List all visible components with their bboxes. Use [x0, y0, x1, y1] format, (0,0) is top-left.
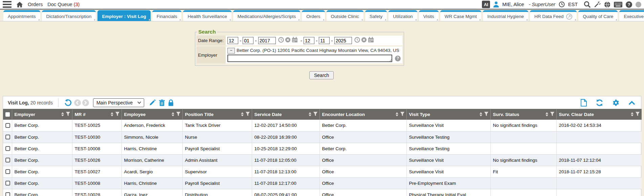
tab-utilization[interactable]: Utilization: [388, 10, 417, 21]
table-row[interactable]: Better Corp.TEST-10008Harris, ChristineP…: [3, 177, 642, 189]
column-header-mr[interactable]: MR #: [72, 109, 121, 120]
edit-perspective-icon[interactable]: [149, 99, 156, 106]
column-header-position-title[interactable]: Position Title: [182, 109, 252, 120]
row-checkbox[interactable]: [5, 169, 10, 174]
filter-funnel-icon[interactable]: [400, 112, 405, 117]
from-clear-icon[interactable]: [285, 37, 291, 44]
column-header-encounter-location[interactable]: Encounter Location: [319, 109, 406, 120]
to-time-icon[interactable]: [354, 37, 360, 44]
column-header-surv-status[interactable]: Surv. Status: [490, 109, 556, 120]
tab-medications-allergies-scripts[interactable]: Medications/Allergies/Scripts: [233, 10, 301, 21]
cell-surv-clear-date: [556, 143, 642, 154]
employer-help-icon[interactable]: ?: [395, 56, 401, 61]
to-year-input[interactable]: [334, 37, 352, 44]
tab-employer-visit-log[interactable]: Employer : Visit Log: [97, 10, 150, 21]
to-calendar-icon[interactable]: [368, 37, 374, 44]
nav-doc-queue[interactable]: Doc Queue (3): [47, 2, 80, 7]
table-row[interactable]: Better Corp.TEST-10027Acardi, SergioSupe…: [3, 166, 642, 177]
table-row[interactable]: Better Corp.TEST-10030Simmons, NicoleNur…: [3, 131, 642, 143]
user-icon[interactable]: [493, 1, 499, 7]
select-all-checkbox[interactable]: [5, 112, 10, 117]
tab-safety[interactable]: Safety: [365, 10, 387, 21]
tab-wr-case-mgmt[interactable]: WR Case Mgmt: [440, 10, 481, 21]
employer-search-input[interactable]: [227, 55, 392, 62]
keyboard-icon[interactable]: [614, 2, 622, 7]
filter-funnel-icon[interactable]: [245, 112, 250, 117]
delete-perspective-icon[interactable]: [159, 99, 165, 106]
table-row[interactable]: Better Corp.TEST-10028Garza, InezDistrib…: [3, 189, 642, 196]
new-document-icon[interactable]: [581, 99, 587, 106]
row-checkbox[interactable]: [5, 123, 10, 128]
perspective-select[interactable]: Main Perspective: [93, 98, 144, 107]
lock-perspective-icon[interactable]: [168, 99, 174, 106]
sort-icon[interactable]: [172, 112, 174, 116]
globe-icon[interactable]: [604, 1, 610, 8]
sort-icon[interactable]: [546, 112, 548, 116]
sort-icon[interactable]: [631, 112, 634, 116]
undo-icon[interactable]: [64, 99, 72, 106]
from-month-input[interactable]: [227, 37, 238, 44]
tab-financials[interactable]: Financials: [152, 10, 182, 21]
tab-orders[interactable]: Orders: [302, 10, 325, 21]
row-checkbox[interactable]: [5, 181, 10, 185]
to-month-input[interactable]: [304, 37, 314, 44]
sort-icon[interactable]: [61, 112, 64, 116]
sort-icon[interactable]: [480, 112, 482, 116]
remove-employer-button[interactable]: −: [227, 48, 235, 54]
date-range-row: Date Range: - - - -: [197, 36, 402, 45]
clock-icon[interactable]: [559, 1, 565, 7]
nav-orders[interactable]: Orders: [28, 2, 43, 7]
refresh-icon[interactable]: [596, 99, 603, 106]
tab-quality-of-care[interactable]: Quality of Care: [578, 10, 618, 21]
to-day-input[interactable]: [319, 37, 330, 44]
from-time-icon[interactable]: [278, 37, 284, 44]
tab-visits[interactable]: Visits: [419, 10, 439, 21]
from-calendar-icon[interactable]: [292, 37, 298, 44]
filter-funnel-icon[interactable]: [313, 112, 318, 117]
filter-funnel-icon[interactable]: [115, 112, 120, 117]
from-year-input[interactable]: [258, 37, 276, 44]
tab-executive[interactable]: Executive: [619, 10, 644, 21]
row-checkbox[interactable]: [5, 135, 10, 139]
home-icon[interactable]: [16, 1, 23, 8]
table-row[interactable]: Better Corp.TEST-10026Morrison, Catherin…: [3, 154, 642, 166]
next-page-icon[interactable]: [82, 99, 89, 106]
tab-dictation-transcription[interactable]: Dictation/Transcription: [42, 10, 96, 21]
row-checkbox[interactable]: [5, 158, 10, 162]
column-header-service-date[interactable]: Service Date: [252, 109, 319, 120]
filter-funnel-icon[interactable]: [66, 112, 70, 117]
tab-label: HR Data Feed: [534, 14, 563, 19]
tab-outside-clinic[interactable]: Outside Clinic: [327, 10, 363, 21]
filter-funnel-icon[interactable]: [550, 112, 555, 117]
table-row[interactable]: Better Corp.TEST-10025Anderson, Frederic…: [3, 120, 642, 131]
tab-health-surveillance[interactable]: Health Surveillance: [183, 10, 231, 21]
sort-icon[interactable]: [396, 112, 398, 116]
sort-icon[interactable]: [111, 112, 113, 116]
prev-page-icon[interactable]: [74, 99, 81, 106]
column-header-visit-type[interactable]: Visit Type: [406, 109, 490, 120]
collapse-icon[interactable]: [628, 100, 635, 105]
column-header-employer[interactable]: Employer: [12, 109, 72, 120]
sort-icon[interactable]: [309, 112, 311, 116]
filter-funnel-icon[interactable]: [635, 112, 640, 117]
filter-funnel-icon[interactable]: [176, 112, 181, 117]
ai-badge[interactable]: AI: [482, 1, 490, 8]
tab-hr-data-feed[interactable]: HR Data Feed: [530, 10, 577, 21]
to-clear-icon[interactable]: [361, 37, 367, 44]
tab-industrial-hygiene[interactable]: Industrial Hygiene: [483, 10, 528, 21]
from-day-input[interactable]: [243, 37, 253, 44]
table-row[interactable]: Better Corp.TEST-10008Harris, ChristineP…: [3, 143, 642, 154]
row-checkbox[interactable]: [5, 192, 10, 196]
settings-gear-icon[interactable]: [612, 99, 620, 106]
tab-appointments[interactable]: Appointments: [3, 10, 40, 21]
sort-icon[interactable]: [241, 112, 244, 116]
hamburger-menu-icon[interactable]: [3, 1, 12, 8]
filter-funnel-icon[interactable]: [484, 112, 489, 117]
search-icon[interactable]: [584, 1, 591, 8]
row-checkbox[interactable]: [5, 146, 10, 151]
help-icon[interactable]: ?: [626, 1, 632, 8]
search-button[interactable]: Search: [309, 71, 334, 79]
column-header-employee[interactable]: Employee: [121, 109, 182, 120]
wand-icon[interactable]: [594, 1, 601, 8]
column-header-surv-clear-date[interactable]: Surv. Clear Date: [556, 109, 642, 120]
